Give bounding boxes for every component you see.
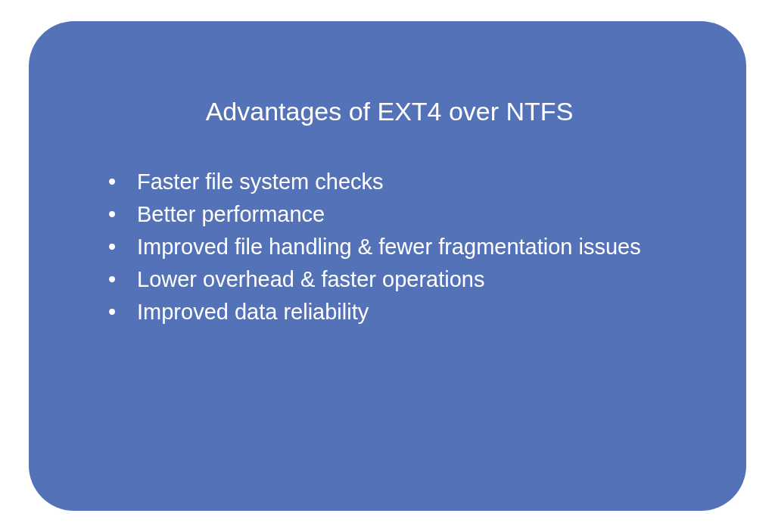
bullet-item: Improved data reliability [108, 296, 693, 328]
slide-card: Advantages of EXT4 over NTFS Faster file… [29, 21, 746, 511]
bullet-list: Faster file system checks Better perform… [86, 166, 693, 328]
slide-title: Advantages of EXT4 over NTFS [86, 97, 693, 126]
bullet-item: Lower overhead & faster operations [108, 263, 693, 296]
bullet-item: Better performance [108, 198, 693, 231]
bullet-item: Faster file system checks [108, 166, 693, 198]
bullet-item: Improved file handling & fewer fragmenta… [108, 231, 693, 263]
